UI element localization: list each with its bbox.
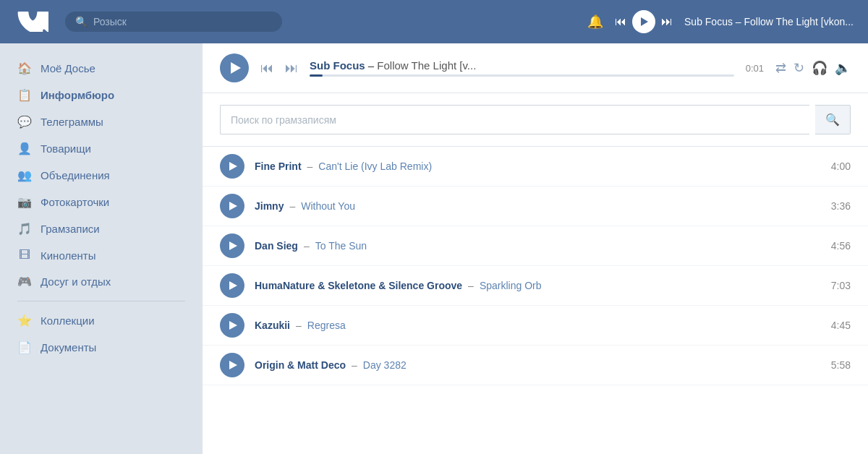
track-row[interactable]: Kazukii – Regresa 4:45 — [203, 306, 868, 346]
sidebar-item-collections[interactable]: ⭐ Коллекции — [0, 307, 203, 334]
track-list: Fine Print – Can't Lie (Ivy Lab Remix) 4… — [203, 147, 868, 454]
collections-icon: ⭐ — [17, 314, 32, 327]
track-artist-3: HumaNature & Skeletone & Silence Groove — [255, 280, 462, 291]
track-row-info-4: Kazukii – Regresa — [255, 320, 821, 331]
sidebar-label-photos: Фотокарточки — [41, 196, 109, 208]
repeat-icon[interactable]: ↻ — [793, 60, 804, 76]
shuffle-icon[interactable]: ⇄ — [775, 60, 786, 76]
sidebar-item-messages[interactable]: 💬 Телеграммы — [0, 108, 203, 135]
track-duration-3: 7:03 — [831, 280, 851, 291]
track-dash-0: – — [307, 160, 313, 172]
track-duration-0: 4:00 — [831, 160, 851, 172]
track-dash-4: – — [296, 320, 302, 331]
track-artist-5: Origin & Matt Deco — [255, 359, 346, 371]
sidebar-label-music: Грамзаписи — [41, 223, 100, 235]
next-button-main[interactable]: ⏭ — [285, 61, 298, 76]
player-extra-controls: ⇄ ↻ 🎧 🔈 — [775, 60, 851, 76]
track-play-button-2[interactable] — [220, 234, 244, 258]
sidebar-item-games[interactable]: 🎮 Досуг и отдых — [0, 268, 203, 295]
sidebar-label-friends: Товарищи — [41, 142, 91, 155]
sidebar-label-video: Киноленты — [41, 249, 95, 262]
progress-track[interactable] — [310, 74, 734, 77]
music-icon: 🎵 — [17, 222, 32, 236]
sidebar-item-friends[interactable]: 👤 Товарищи — [0, 135, 203, 162]
track-row[interactable]: Origin & Matt Deco – Day 3282 5:58 — [203, 346, 868, 385]
track-dash-2: – — [304, 240, 310, 252]
track-title-display: Sub Focus – Follow The Light [v... — [310, 59, 584, 72]
sidebar-item-documents[interactable]: 📄 Документы — [0, 334, 203, 361]
sidebar-divider — [17, 301, 185, 301]
sidebar-item-groups[interactable]: 👥 Объединения — [0, 162, 203, 189]
track-row[interactable]: Dan Sieg – To The Sun 4:56 — [203, 226, 868, 266]
main-layout: 🏠 Моё Досье 📋 Информбюро 💬 Телеграммы 👤 … — [0, 43, 868, 454]
progress-bar-container[interactable] — [310, 74, 734, 77]
sidebar-label-documents: Документы — [41, 341, 96, 354]
track-artist-1: Jimny — [255, 200, 284, 212]
track-song-display: Follow The Light [v... — [377, 59, 476, 72]
sidebar: 🏠 Моё Досье 📋 Информбюро 💬 Телеграммы 👤 … — [0, 43, 203, 454]
sidebar-item-video[interactable]: 🎞 Киноленты — [0, 242, 203, 268]
newsfeed-icon: 📋 — [17, 88, 32, 102]
track-play-button-0[interactable] — [220, 154, 244, 179]
content-area: ⏮ ⏭ Sub Focus – Follow The Light [v... 0… — [203, 43, 868, 454]
track-name-3: Sparkling Orb — [480, 280, 542, 291]
track-name-5: Day 3282 — [363, 359, 407, 371]
games-icon: 🎮 — [17, 275, 32, 288]
music-search-input[interactable] — [220, 105, 809, 134]
sidebar-label-groups: Объединения — [41, 169, 110, 181]
track-duration-1: 3:36 — [831, 200, 851, 212]
sidebar-item-photos[interactable]: 📷 Фотокарточки — [0, 189, 203, 215]
headphones-icon[interactable]: 🎧 — [812, 60, 827, 76]
header: 🔍 🔔 ⏮ ⏭ Sub Focus – Follow The Light [vk… — [0, 0, 868, 43]
next-btn-header[interactable]: ⏭ — [661, 15, 673, 28]
track-artist-4: Kazukii — [255, 320, 290, 331]
play-btn-header[interactable] — [632, 10, 655, 33]
music-search-button[interactable]: 🔍 — [815, 105, 851, 134]
track-row-info-1: Jimny – Without You — [255, 200, 821, 212]
track-row-info-0: Fine Print – Can't Lie (Ivy Lab Remix) — [255, 160, 821, 172]
time-display: 0:01 — [746, 63, 764, 74]
track-row-info-5: Origin & Matt Deco – Day 3282 — [255, 359, 821, 371]
home-icon: 🏠 — [17, 61, 32, 75]
sidebar-item-music[interactable]: 🎵 Грамзаписи — [0, 215, 203, 242]
track-duration-2: 4:56 — [831, 240, 851, 252]
track-name-4: Regresa — [307, 320, 346, 331]
vk-logo — [14, 7, 51, 36]
sidebar-label-newsfeed: Информбюро — [41, 89, 114, 101]
sidebar-label-my-profile: Моё Досье — [41, 62, 95, 74]
track-name-2: To The Sun — [315, 240, 367, 252]
track-row[interactable]: Jimny – Without You 3:36 — [203, 187, 868, 226]
play-button-main[interactable] — [220, 53, 249, 82]
sidebar-item-my-profile[interactable]: 🏠 Моё Досье — [0, 55, 203, 82]
track-artist-display: Sub Focus — [310, 59, 365, 72]
track-play-button-1[interactable] — [220, 194, 244, 218]
friends-icon: 👤 — [17, 142, 32, 155]
prev-button-main[interactable]: ⏮ — [260, 61, 273, 76]
player-bar: ⏮ ⏭ Sub Focus – Follow The Light [v... 0… — [203, 43, 868, 93]
prev-btn-header[interactable]: ⏮ — [615, 15, 626, 28]
track-play-button-3[interactable] — [220, 273, 244, 298]
sidebar-label-collections: Коллекции — [41, 314, 95, 327]
track-dash-5: – — [352, 359, 357, 371]
photos-icon: 📷 — [17, 195, 32, 209]
messages-icon: 💬 — [17, 115, 32, 129]
track-play-button-5[interactable] — [220, 353, 244, 377]
video-icon: 🎞 — [17, 249, 32, 262]
track-duration-4: 4:45 — [831, 320, 851, 331]
volume-icon[interactable]: 🔈 — [835, 60, 851, 76]
search-input-header[interactable] — [93, 16, 272, 27]
track-dash-display: – — [368, 59, 374, 72]
search-bar[interactable]: 🔍 — [65, 12, 282, 32]
sidebar-item-newsfeed[interactable]: 📋 Информбюро — [0, 82, 203, 108]
header-right: 🔔 ⏮ ⏭ Sub Focus – Follow The Light [vkon… — [587, 10, 854, 33]
track-duration-5: 5:58 — [831, 359, 851, 371]
search-icon-header: 🔍 — [75, 16, 88, 27]
track-play-button-4[interactable] — [220, 313, 244, 338]
player-controls-header: ⏮ ⏭ — [615, 10, 673, 33]
track-name-0: Can't Lie (Ivy Lab Remix) — [318, 160, 432, 172]
bell-icon[interactable]: 🔔 — [587, 14, 603, 30]
track-name-1: Without You — [301, 200, 355, 212]
track-row-info-3: HumaNature & Skeletone & Silence Groove … — [255, 280, 821, 291]
track-row[interactable]: HumaNature & Skeletone & Silence Groove … — [203, 266, 868, 306]
track-row[interactable]: Fine Print – Can't Lie (Ivy Lab Remix) 4… — [203, 147, 868, 187]
